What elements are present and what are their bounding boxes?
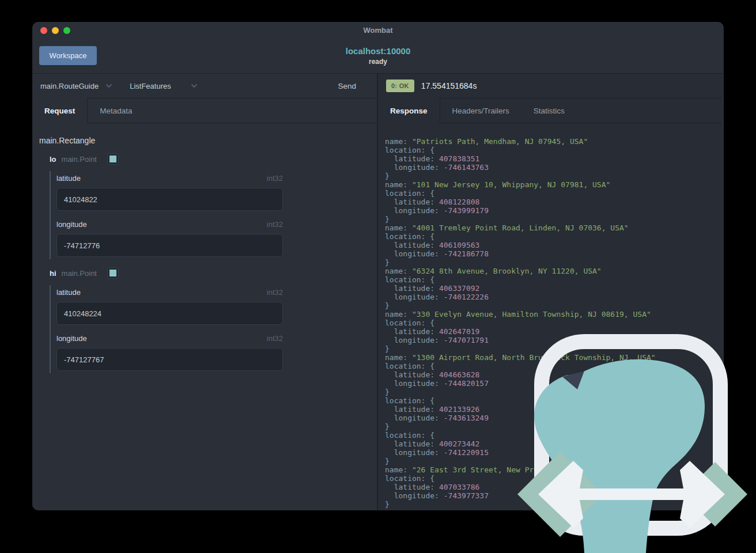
nested-fields: latitude int32 longitude int32 — [50, 285, 283, 373]
response-line: } — [385, 258, 723, 267]
field-label: latitude — [56, 174, 81, 183]
field-enabled-checkbox[interactable] — [107, 153, 119, 165]
message-type-label: main.Rectangle — [39, 136, 369, 145]
response-line: } — [385, 215, 723, 224]
field-value-input[interactable] — [56, 348, 283, 371]
response-line: name: — [385, 509, 723, 510]
field-group-header: lo main.Point — [50, 153, 369, 165]
response-line: name: "4001 Tremley Point Road, Linden, … — [385, 224, 723, 232]
desktop: Wombat Workspace localhost:10000 ready m… — [0, 0, 756, 553]
response-line: location: { — [385, 232, 723, 241]
service-select-value: main.RouteGuide — [40, 82, 99, 90]
field-label: longitude — [56, 220, 87, 229]
field-enabled-checkbox[interactable] — [107, 267, 119, 279]
response-line: longitude: -742186778 — [385, 249, 723, 258]
response-line: name: "6324 8th Avenue, Brooklyn, NY 112… — [385, 267, 723, 275]
response-toolbar: 0: OK 17.554151684s — [378, 74, 723, 98]
tab-headers-trailers[interactable]: Headers/Trailers — [440, 98, 521, 123]
method-select-value: ListFeatures — [130, 82, 171, 90]
form-field: latitude int32 — [56, 288, 283, 325]
form-field: longitude int32 — [56, 334, 283, 371]
field-value-input[interactable] — [56, 234, 283, 257]
field-scalar-type: int32 — [267, 174, 283, 183]
response-line: location: { — [385, 146, 723, 154]
response-line: location: { — [385, 275, 723, 284]
response-line: } — [385, 388, 723, 396]
response-line: longitude: -743613249 — [385, 414, 723, 422]
response-line: latitude: 404663628 — [385, 370, 723, 379]
tab-filler — [145, 98, 377, 123]
response-line: location: { — [385, 189, 723, 198]
response-line: name: "Patriots Path, Mendham, NJ 07945,… — [385, 137, 723, 146]
send-button[interactable]: Send — [338, 82, 369, 90]
request-toolbar: main.RouteGuide ListFeatures Send — [32, 74, 377, 98]
response-line: longitude: -746143763 — [385, 163, 723, 172]
response-line: location: { — [385, 431, 723, 440]
response-line: longitude: -747071791 — [385, 336, 723, 344]
field-group-header: hi main.Point — [50, 267, 369, 279]
chevron-down-icon — [105, 84, 112, 88]
chevron-down-icon — [191, 84, 198, 88]
field-scalar-type: int32 — [267, 334, 283, 343]
request-panel: main.RouteGuide ListFeatures Send R — [32, 74, 378, 510]
tab-statistics[interactable]: Statistics — [521, 98, 577, 123]
response-line: location: { — [385, 319, 723, 327]
response-line: longitude: -740122226 — [385, 293, 723, 301]
response-line: latitude: 406109563 — [385, 241, 723, 249]
tab-filler — [577, 98, 723, 123]
response-line: name: "26 East 3rd Street, New Providenc… — [385, 465, 723, 474]
field-value-input[interactable] — [56, 188, 283, 211]
service-select[interactable]: main.RouteGuide — [40, 82, 112, 90]
response-line: longitude: -743999179 — [385, 206, 723, 215]
response-line: } — [385, 172, 723, 180]
connection-info: localhost:10000 ready — [32, 38, 724, 73]
field-label-row: longitude int32 — [56, 220, 283, 229]
nested-fields: latitude int32 longitude int32 — [50, 171, 283, 259]
response-line: name: "330 Evelyn Avenue, Hamilton Towns… — [385, 310, 723, 319]
field-label: longitude — [56, 334, 87, 343]
response-line: name: "1300 Airport Road, North Brunswic… — [385, 353, 723, 362]
field-type-label: main.Point — [62, 155, 97, 164]
wombat-window: Wombat Workspace localhost:10000 ready m… — [32, 22, 724, 510]
field-label-row: longitude int32 — [56, 334, 283, 343]
response-line: } — [385, 500, 723, 509]
response-line: latitude: 400273442 — [385, 440, 723, 448]
duration-label: 17.554151684s — [421, 81, 477, 90]
tab-metadata[interactable]: Metadata — [88, 98, 144, 123]
tab-request[interactable]: Request — [32, 98, 88, 123]
checkbox-checked-indicator — [109, 156, 116, 162]
field-scalar-type: int32 — [267, 220, 283, 229]
window-title: Wombat — [32, 26, 724, 35]
field-name-label: hi — [50, 269, 56, 278]
response-line: location: { — [385, 362, 723, 370]
response-line: latitude: 402133926 — [385, 405, 723, 414]
response-body[interactable]: name: "Patriots Path, Mendham, NJ 07945,… — [378, 123, 723, 510]
response-line: } — [385, 301, 723, 310]
field-label: latitude — [56, 288, 81, 297]
titlebar: Wombat — [32, 22, 724, 38]
field-label-row: latitude int32 — [56, 288, 283, 297]
field-scalar-type: int32 — [267, 288, 283, 297]
response-tabs: ResponseHeaders/TrailersStatistics — [378, 98, 723, 123]
request-tabs: RequestMetadata — [32, 98, 377, 123]
field-value-input[interactable] — [56, 302, 283, 325]
response-line: latitude: 406337092 — [385, 284, 723, 293]
message-field-group: hi main.Point latitude int32 longitude i… — [50, 267, 369, 373]
response-line: } — [385, 457, 723, 465]
response-line: latitude: 407838351 — [385, 154, 723, 163]
form-field: latitude int32 — [56, 174, 283, 211]
tab-response[interactable]: Response — [378, 98, 440, 123]
response-line: latitude: 407033786 — [385, 483, 723, 491]
response-line: longitude: -744820157 — [385, 379, 723, 388]
response-line: location: { — [385, 474, 723, 483]
field-name-label: lo — [50, 155, 56, 164]
response-line: latitude: 402647019 — [385, 327, 723, 336]
response-panel: 0: OK 17.554151684s ResponseHeaders/Trai… — [378, 74, 723, 510]
response-line: longitude: -741220915 — [385, 448, 723, 457]
response-line: } — [385, 344, 723, 353]
field-type-label: main.Point — [62, 269, 97, 278]
response-line: location: { — [385, 396, 723, 405]
method-select[interactable]: ListFeatures — [130, 82, 198, 90]
header: Workspace localhost:10000 ready — [32, 38, 724, 74]
response-line: name: "101 New Jersey 10, Whippany, NJ 0… — [385, 180, 723, 189]
